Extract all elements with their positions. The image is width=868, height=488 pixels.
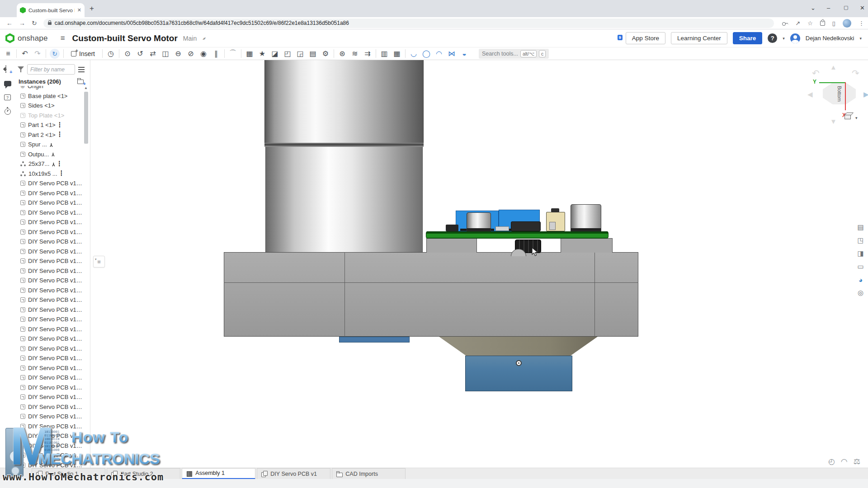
search-tools[interactable]: Search tools... alt/⌥ c <box>479 49 549 59</box>
instance-row[interactable]: Top Plate <1> <box>15 111 84 121</box>
motor-mount-trapezoid[interactable] <box>439 337 598 356</box>
tab-search-icon[interactable]: ⌄ <box>811 5 816 11</box>
mate-marker[interactable] <box>516 360 522 366</box>
appearance-icon[interactable]: ◕ <box>854 274 867 286</box>
slider-blue-icon[interactable]: ◠ <box>433 48 445 59</box>
viewcube-arrow-left-icon[interactable]: ◀ <box>807 90 813 99</box>
instance-row[interactable]: 10x19x5 ... <box>15 169 84 179</box>
rotate-ccw-icon[interactable]: ↶ <box>812 68 820 79</box>
app-store-button[interactable]: App Store <box>626 32 665 44</box>
document-tab[interactable]: Part Studio 1 <box>32 468 105 479</box>
instance-row[interactable]: Part 2 <1> <box>15 130 84 140</box>
document-tab[interactable]: Part Studio 2 <box>107 468 180 479</box>
ball-mate-icon[interactable]: ◉ <box>197 48 210 59</box>
address-bar[interactable]: cad.onshape.com/documents/005cb98bc0531a… <box>43 19 774 28</box>
browser-tab[interactable]: Custom-built Servo Motor | Asse ✕ <box>17 3 85 17</box>
fasten-mate-icon[interactable]: ⊙ <box>121 48 134 59</box>
add-tab-icon[interactable]: + <box>18 469 22 478</box>
instance-row[interactable]: DIY Servo PCB v1 <... <box>15 431 84 441</box>
instance-row[interactable]: DIY Servo PCB v1 <... <box>15 256 84 266</box>
branch-name[interactable]: Main <box>183 35 197 42</box>
instance-row[interactable]: DIY Servo PCB v1 <... <box>15 392 84 402</box>
named-views-icon[interactable]: ▭ <box>854 261 867 272</box>
toolbar-icon[interactable] <box>405 49 406 58</box>
servo-lower-cylinder[interactable] <box>265 147 423 252</box>
new-tab-button[interactable]: + <box>90 4 94 13</box>
tangent-mate-icon[interactable]: ⌒ <box>226 48 239 59</box>
list-options-icon[interactable] <box>78 67 85 72</box>
forward-icon[interactable]: → <box>19 19 25 27</box>
onshape-logo-icon[interactable] <box>5 33 14 43</box>
gear-relation-icon[interactable]: ⚙ <box>319 48 332 59</box>
instance-row[interactable]: DIY Servo PCB v1 <... <box>15 237 84 247</box>
share-button[interactable]: Share <box>733 32 763 44</box>
parallel-mate-icon[interactable]: ∥ <box>210 48 222 59</box>
servo-pcb[interactable] <box>426 231 609 239</box>
document-tab[interactable]: DIY Servo PCB v1 <box>257 468 330 479</box>
document-menu-icon[interactable]: ≡ <box>61 34 65 43</box>
user-name[interactable]: Dejan Nedelkovski <box>806 35 854 42</box>
history-icon[interactable]: ◷ <box>104 48 117 59</box>
instance-row[interactable]: Sides <1> <box>15 101 84 111</box>
camera-icon[interactable]: ◎ <box>854 287 867 299</box>
instance-row[interactable]: DIY Servo PCB v1 <... <box>15 373 84 383</box>
toolbar-icon[interactable] <box>102 49 103 58</box>
instance-row[interactable]: DIY Servo PCB v1 <... <box>15 286 84 296</box>
sync-icon[interactable]: ↻ <box>50 49 60 59</box>
pcb-standoff-right[interactable] <box>561 238 613 253</box>
smd-component-small[interactable] <box>446 225 458 231</box>
help-box-icon[interactable] <box>4 94 11 100</box>
toolbar-icon[interactable] <box>63 49 64 58</box>
planar-blue-icon[interactable]: ◒ <box>458 48 471 59</box>
panel-toggle-button[interactable]: ≡ <box>93 256 105 267</box>
onshape-logo-text[interactable]: onshape <box>18 34 48 43</box>
learning-center-button[interactable]: Learning Center <box>671 32 727 44</box>
cylindrical-blue-icon[interactable]: ◯ <box>420 48 433 59</box>
instance-row[interactable]: DIY Servo PCB v1 <... <box>15 198 84 208</box>
ic-chip[interactable] <box>511 221 541 231</box>
instance-row[interactable]: DIY Servo PCB v1 <... <box>15 266 84 276</box>
isometric-view-icon[interactable] <box>844 114 851 119</box>
copy-link-icon[interactable]: ⌁ <box>200 34 208 42</box>
comments-icon[interactable] <box>4 81 11 86</box>
instance-row[interactable]: DIY Servo PCB v1 <... <box>15 412 84 422</box>
instances-scrollbar[interactable]: ▲ ▼ <box>84 86 89 466</box>
pcb-standoff-left[interactable] <box>426 238 477 253</box>
instance-row[interactable]: DIY Servo PCB v1 <... <box>15 305 84 315</box>
instance-row[interactable]: DIY Servo PCB v1 <... <box>15 324 84 334</box>
toolbar-icon[interactable] <box>376 49 376 58</box>
instance-row[interactable]: DIY Servo PCB v1 <... <box>15 227 84 237</box>
instance-row[interactable]: DIY Servo PCB v1 <... <box>15 441 84 451</box>
capacitor-right[interactable] <box>571 204 601 231</box>
instance-row[interactable]: DIY Servo PCB v1 <... <box>15 247 84 257</box>
instance-row[interactable]: DIY Servo PCB v1 <... <box>15 344 84 354</box>
instance-row[interactable]: DIY Servo PCB v1 <... <box>15 334 84 344</box>
toolbar-icon[interactable] <box>119 49 119 58</box>
box-select-icon[interactable]: ▦ <box>243 48 256 59</box>
servo-top-cylinder[interactable] <box>264 60 424 144</box>
side-panel-icon[interactable]: ▯ <box>832 20 835 27</box>
duplicate-icon[interactable]: ◲ <box>294 48 307 59</box>
instance-row[interactable]: DIY Servo PCB v1 <... <box>15 450 84 460</box>
screw-relation-icon[interactable]: ⇉ <box>361 48 374 59</box>
search-tabs-icon[interactable] <box>6 472 10 476</box>
instance-row[interactable]: DIY Servo PCB v1 <... <box>15 217 84 227</box>
document-title[interactable]: Custom-built Servo Motor <box>72 33 178 43</box>
instance-row[interactable]: DIY Servo PCB v1 <... <box>15 178 84 188</box>
section-view-icon[interactable]: ◨ <box>854 248 867 259</box>
capacitor-left[interactable] <box>467 212 491 231</box>
pattern-icon[interactable]: ▤ <box>307 48 319 59</box>
scrollbar-thumb[interactable] <box>84 92 88 144</box>
ball-blue-icon[interactable]: ⋈ <box>445 48 458 59</box>
insert-button[interactable]: Insert <box>66 49 99 59</box>
instance-row[interactable]: DIY Servo PCB v1 <... <box>15 295 84 305</box>
filter-icon[interactable] <box>18 66 24 72</box>
3d-viewport[interactable]: ≡ ↶ ↷ ▲ ▼ ◀ ▶ Bottom Y X ▾ ▤◳◨▭◕◎ ◴◠⚖ <box>90 60 868 468</box>
revolute-blue-icon[interactable]: ◡ <box>407 48 420 59</box>
instance-row[interactable]: DIY Servo PCB v1 <... <box>15 422 84 432</box>
insert-folder-icon[interactable] <box>77 80 84 84</box>
cylindrical-mate-icon[interactable]: ⊖ <box>172 48 184 59</box>
instance-row[interactable]: DIY Servo PCB v1 <... <box>15 314 84 324</box>
redo-icon[interactable]: ↷ <box>31 48 44 59</box>
toolbar-icon[interactable] <box>46 49 46 58</box>
